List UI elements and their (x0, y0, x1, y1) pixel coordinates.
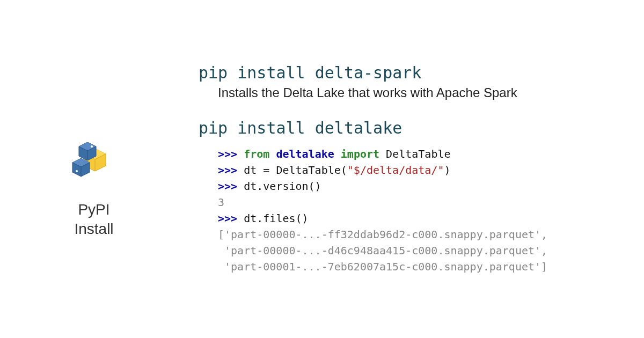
code-line-3: >>> dt.version() (218, 178, 623, 194)
code-text: dt.files() (244, 212, 308, 225)
repl-prompt: >>> (218, 148, 244, 160)
output-line-2: ['part-00000-...-ff32ddab96d2-c000.snapp… (218, 226, 623, 243)
python-logo-icon (67, 142, 121, 190)
repl-prompt: >>> (218, 180, 244, 193)
code-text: dt = DeltaTable( (244, 164, 347, 177)
class-name: DeltaTable (386, 148, 450, 160)
install-command-1-desc: Installs the Delta Lake that works with … (218, 85, 623, 100)
repl-prompt: >>> (218, 212, 244, 225)
sidebar: PyPI Install (21, 99, 166, 239)
code-text: dt.version() (244, 180, 321, 193)
code-text: ) (444, 164, 450, 177)
code-line-4: >>> dt.files() (218, 210, 623, 226)
code-line-2: >>> dt = DeltaTable("$/delta/data/") (218, 162, 623, 178)
string-literal: "$/delta/data/" (347, 164, 444, 177)
output-line-3: 'part-00000-...-d46c948aa415-c000.snappy… (218, 243, 623, 259)
code-example: >>> from deltalake import DeltaTable >>>… (218, 146, 623, 275)
repl-prompt: >>> (218, 164, 244, 177)
install-command-1: pip install delta-spark (199, 63, 623, 82)
code-line-1: >>> from deltalake import DeltaTable (218, 146, 623, 162)
keyword-import: import (334, 148, 386, 160)
sidebar-label-line2: Install (74, 219, 113, 239)
keyword-from: from (244, 148, 276, 160)
svg-point-10 (91, 145, 93, 148)
sidebar-label-line1: PyPI (74, 200, 113, 219)
svg-point-16 (76, 170, 78, 172)
install-command-2: pip install deltalake (199, 119, 623, 137)
output-line-1: 3 (218, 194, 623, 210)
sidebar-label: PyPI Install (74, 200, 113, 239)
output-line-4: 'part-00001-...-7eb62007a15c-c000.snappy… (218, 259, 623, 275)
module-name: deltalake (276, 148, 334, 160)
main-content: pip install delta-spark Installs the Del… (166, 63, 623, 275)
